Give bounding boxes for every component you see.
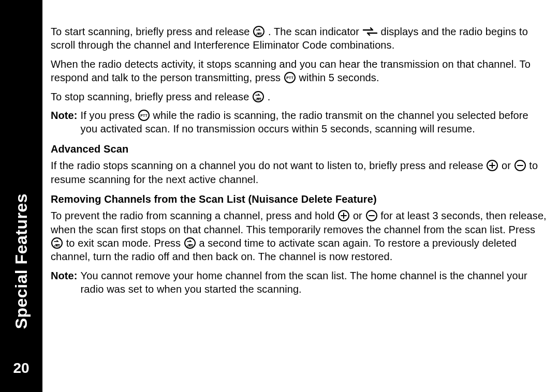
svg-text:mon: mon xyxy=(54,244,60,247)
note-label: Note: xyxy=(51,269,78,296)
plus-button-icon xyxy=(486,159,498,172)
scan-indicator-icon xyxy=(362,26,378,37)
svg-text:mon: mon xyxy=(187,244,193,247)
note-scan-ptt: Note: If you press PTT while the radio i… xyxy=(51,109,547,136)
section-title: Special Features xyxy=(12,193,31,329)
scan-mon-button-icon: mon xyxy=(252,91,264,103)
note-text: You cannot remove your home channel from… xyxy=(78,269,547,296)
sidebar: Special Features 20 xyxy=(0,0,42,392)
svg-text:mon: mon xyxy=(256,98,261,101)
note-home-channel: Note: You cannot remove your home channe… xyxy=(51,269,547,296)
plus-button-icon xyxy=(337,209,350,222)
paragraph-nuisance-delete: To prevent the radio from scanning a cha… xyxy=(51,209,547,264)
scan-mon-button-icon: mon xyxy=(184,237,196,249)
svg-text:mon: mon xyxy=(256,33,262,36)
paragraph-advanced-scan: If the radio stops scanning on a channel… xyxy=(51,159,547,186)
svg-text:PTT: PTT xyxy=(286,76,293,80)
scan-mon-button-icon: mon xyxy=(51,237,63,249)
heading-advanced-scan: Advanced Scan xyxy=(51,142,547,156)
page-content: To start scanning, briefly press and rel… xyxy=(42,0,559,392)
ptt-button-icon: PTT xyxy=(284,71,296,84)
svg-text:PTT: PTT xyxy=(140,114,148,117)
minus-button-icon xyxy=(514,159,526,172)
scan-mon-button-icon: mon xyxy=(253,25,265,38)
minus-button-icon xyxy=(365,209,378,222)
heading-nuisance-delete: Removing Channels from the Scan List (Nu… xyxy=(51,192,547,206)
page-number: 20 xyxy=(13,360,29,376)
paragraph-start-scan: To start scanning, briefly press and rel… xyxy=(51,25,547,52)
note-text: If you press PTT while the radio is scan… xyxy=(78,109,547,136)
ptt-button-icon: PTT xyxy=(138,109,150,122)
note-label: Note: xyxy=(51,109,78,136)
paragraph-detect-activity: When the radio detects activity, it stop… xyxy=(51,57,547,85)
paragraph-stop-scan: To stop scanning, briefly press and rele… xyxy=(51,90,547,103)
